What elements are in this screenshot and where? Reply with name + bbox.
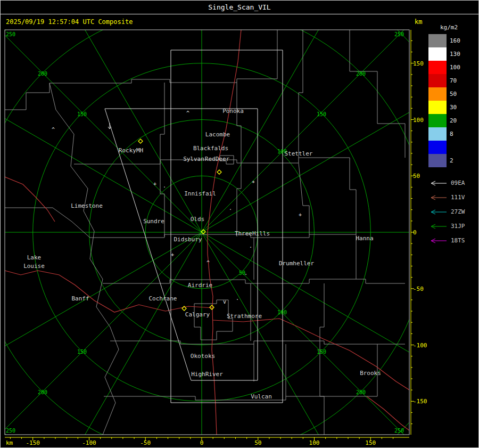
radar-map: 5010010015015015015020020020020025025025…: [1, 1, 479, 448]
legend-entry: 2: [428, 154, 479, 167]
range-ring-label: 250: [6, 31, 15, 37]
city-label: Brooks: [360, 370, 381, 377]
legend-entry: 100: [428, 61, 479, 74]
map-point-marker: ^: [52, 127, 55, 133]
map-point-marker: ·: [236, 297, 239, 303]
legend-value-label: 2: [450, 157, 453, 164]
city-label: Sundre: [143, 218, 164, 225]
range-ring-label: 150: [317, 349, 326, 355]
x-axis-label: 100: [309, 439, 320, 446]
city-label: Airdrie: [188, 282, 212, 289]
legend-color-swatch: [428, 61, 447, 74]
x-axis-label: -50: [140, 439, 151, 446]
city-label: Stettler: [285, 150, 313, 157]
map-point-marker: ·: [244, 272, 247, 278]
radar-arrow-entry: 111V: [428, 190, 479, 205]
map-point-marker: ·: [229, 207, 232, 213]
range-ring-label: 250: [394, 428, 404, 434]
map-point-marker: ·: [163, 184, 166, 190]
city-label: Limestone: [71, 202, 103, 209]
range-ring-label: 150: [317, 111, 326, 117]
range-ring-label: 200: [356, 389, 366, 395]
city-label: Banff: [71, 295, 89, 302]
radar-arrow-entry: 18TS: [428, 233, 479, 248]
city-label: Hanna: [356, 235, 373, 242]
radar-arrow-entry: 27ZW: [428, 205, 479, 219]
legend-color-swatch: [428, 47, 447, 61]
radar-id-label: 27ZW: [451, 208, 465, 215]
city-label: Blackfalds: [193, 145, 228, 152]
legend-value-label: 50: [450, 91, 457, 97]
legend-value-label: 20: [450, 117, 457, 124]
x-axis-label: 150: [365, 439, 376, 446]
city-label: Okotoks: [191, 353, 215, 360]
legend-color-swatch: [428, 114, 447, 127]
y-axis-label: -150: [413, 398, 427, 405]
legend-color-swatch: [428, 154, 447, 167]
city-label: RockyMH: [119, 147, 143, 154]
x-axis-label: 0: [200, 439, 204, 446]
radar-id-label: 09EA: [451, 180, 465, 186]
map-point-marker: ^: [186, 110, 189, 116]
map-area: 5010010015015015015020020020020025025025…: [1, 1, 479, 448]
city-label: Strathmore: [227, 313, 262, 320]
city-label: Drumheller: [279, 260, 315, 267]
radar-id-label: 31JP: [451, 223, 465, 230]
range-ring-label: 150: [77, 349, 87, 355]
map-point-marker: ·: [249, 245, 252, 250]
city-label: Didsbury: [174, 236, 202, 243]
legend-entry: 50: [428, 87, 479, 101]
range-ring-label: 250: [394, 31, 404, 37]
range-ring-label: 100: [277, 309, 287, 315]
legend-value-label: 100: [450, 64, 460, 71]
storm-arrow-icon: [428, 194, 448, 201]
radar-arrow-entry: 31JP: [428, 219, 479, 233]
legend-entry: 30: [428, 101, 479, 114]
city-label: Olds: [191, 216, 205, 223]
legend-entry: 160: [428, 34, 479, 47]
legend-value-label: 130: [450, 51, 460, 58]
city-label: ThreeHills: [235, 230, 270, 237]
y-axis-label: 100: [413, 117, 424, 124]
city-label: HighRiver: [191, 371, 223, 378]
city-label: Vulcan: [251, 393, 272, 400]
map-point-marker: +: [299, 212, 302, 218]
radar-id-label: 111V: [451, 194, 465, 201]
y-axis-label: 50: [413, 173, 420, 180]
city-label: Innisfail: [184, 190, 216, 197]
km-unit-bottom-left: km: [6, 439, 13, 446]
y-axis-label: -50: [413, 286, 424, 292]
range-ring-label: 200: [356, 71, 366, 77]
legend-value-label: 70: [450, 77, 457, 84]
x-axis-label: 50: [254, 439, 261, 446]
map-point-marker: ^: [207, 260, 210, 266]
y-axis-label: -100: [413, 342, 427, 349]
city-label: Calgary: [185, 311, 210, 318]
legend-value-label: 8: [450, 131, 453, 137]
x-axis-label: -150: [26, 439, 40, 446]
legend-color-swatch: [428, 127, 447, 141]
x-axis-label: -100: [82, 439, 96, 446]
map-point-marker: +: [153, 181, 156, 187]
legend-entries: 1601301007050302082: [428, 34, 479, 167]
legend-value-label: 30: [450, 104, 457, 111]
legend-unit-label: kg/m2: [440, 24, 479, 31]
map-point-marker: v: [223, 299, 226, 305]
legend-color-swatch: [428, 74, 447, 87]
y-axis-label: 150: [413, 60, 424, 67]
legend-color-swatch: [428, 34, 447, 47]
color-scale-legend: kg/m2 1601301007050302082 09EA111V27ZW31…: [428, 24, 479, 248]
legend-entry: 130: [428, 47, 479, 61]
legend-color-swatch: [428, 87, 447, 101]
y-axis-label: 0: [413, 229, 417, 236]
legend-color-swatch: [428, 101, 447, 114]
radar-arrow-entry: 09EA: [428, 176, 479, 190]
storm-arrow-icon: [428, 238, 448, 244]
legend-entry: [428, 141, 479, 154]
range-ring-label: 150: [77, 111, 87, 117]
legend-entry: 70: [428, 74, 479, 87]
range-ring-label: 200: [38, 71, 47, 77]
radar-id-label: 18TS: [451, 237, 465, 244]
radar-arrow-legend: 09EA111V27ZW31JP18TS: [428, 176, 479, 248]
legend-value-label: 160: [450, 37, 460, 44]
